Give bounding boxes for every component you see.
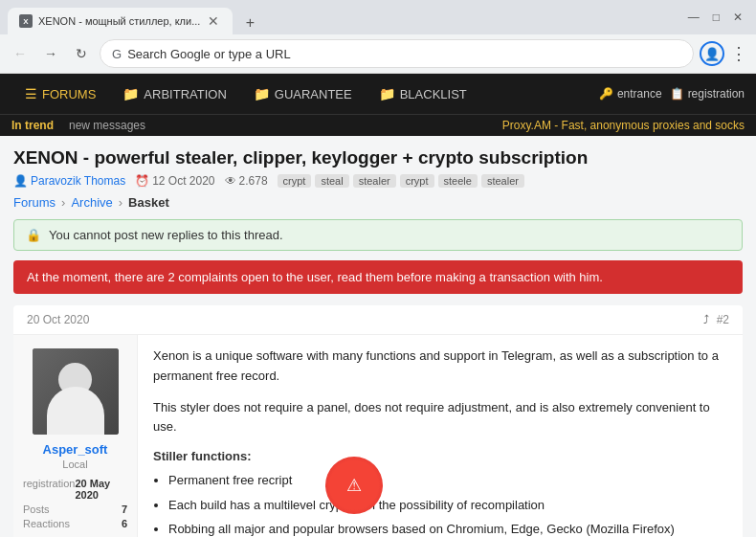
poster-info: registration 20 May 2020 Posts 7 Reactio…: [23, 478, 127, 532]
posts-label: Posts: [23, 503, 50, 515]
promo-text: Proxy.AM - Fast, anonymous proxies and s…: [502, 119, 745, 132]
post-header: 20 Oct 2020 ⤴ #2: [13, 305, 743, 335]
author-name[interactable]: Paravozik Thomas: [31, 174, 125, 188]
profile-button[interactable]: 👤: [700, 41, 724, 66]
tab-close-button[interactable]: ✕: [206, 11, 221, 31]
clock-icon: ⏰: [135, 174, 149, 188]
list-item: Each build has a multilevel crypt, with …: [168, 494, 727, 516]
reg-label: registration: [23, 478, 75, 501]
trend-label[interactable]: In trend: [11, 119, 54, 132]
registration-row: registration 20 May 2020: [23, 478, 127, 501]
menu-button[interactable]: ⋮: [730, 43, 748, 64]
warning-alert: At the moment, there are 2 complaints op…: [13, 260, 743, 294]
tag-stealer1[interactable]: stealer: [353, 174, 396, 188]
nav-arbitration[interactable]: 📁 ARBITRATION: [109, 74, 239, 114]
tag-steele[interactable]: steele: [438, 174, 478, 188]
functions-list: Permanent free recript Each build has a …: [153, 469, 727, 537]
nav-guarantee[interactable]: 📁 GUARANTEE: [240, 74, 366, 114]
breadcrumb-archive[interactable]: Archive: [71, 195, 112, 210]
date-info: ⏰ 12 Oct 2020: [135, 174, 214, 188]
views-info: 👁 2.678: [225, 174, 268, 188]
share-button[interactable]: ⤴: [703, 313, 709, 326]
tag-stealer2[interactable]: stealer: [481, 174, 524, 188]
breadcrumb: Forums › Archive › Basket: [13, 195, 743, 210]
forums-icon: ☰: [25, 86, 37, 101]
lock-icon: 🔒: [26, 228, 41, 242]
author-info: 👤 Paravozik Thomas: [13, 174, 125, 188]
entrance-button[interactable]: 🔑 entrance: [599, 87, 662, 101]
tag-steal[interactable]: steal: [315, 174, 348, 188]
guarantee-icon: 📁: [254, 86, 270, 101]
reload-button[interactable]: ↻: [69, 41, 94, 66]
view-count: 2.678: [239, 174, 268, 188]
tag-list: crypt steal stealer crypt steele stealer: [278, 174, 524, 188]
address-text: Search Google or type a URL: [127, 47, 681, 61]
nav-forums[interactable]: ☰ FORUMS: [11, 74, 109, 114]
thread-title: XENON - powerful stealer, clipper, keylo…: [13, 147, 743, 168]
new-messages-link[interactable]: new messages: [69, 119, 145, 132]
tag-crypt1[interactable]: crypt: [278, 174, 312, 188]
post-container: 20 Oct 2020 ⤴ #2 Asper_: [13, 305, 743, 537]
active-tab[interactable]: X XENON - мощный стиллер, кли... ✕: [8, 8, 233, 34]
nav-blacklist[interactable]: 📁 BLACKLIST: [366, 74, 480, 114]
blacklist-icon: 📁: [379, 86, 395, 101]
reactions-count: 6: [122, 518, 127, 529]
nav-arbitration-label: ARBITRATION: [144, 87, 226, 101]
post-paragraph-1: Xenon is a unique software with many fun…: [153, 347, 727, 387]
posts-count: 7: [122, 503, 127, 515]
post-paragraph-2: This styler does not require a panel, do…: [153, 398, 727, 438]
reg-icon: 📋: [670, 87, 684, 101]
post-sidebar: Asper_soft Local registration 20 May 202…: [13, 335, 138, 537]
user-icon: 👤: [13, 174, 28, 188]
forum-nav: ☰ FORUMS 📁 ARBITRATION 📁 GUARANTEE 📁 BLA…: [0, 74, 756, 114]
key-icon: 🔑: [599, 87, 613, 101]
new-tab-button[interactable]: +: [238, 11, 261, 34]
tag-crypt2[interactable]: crypt: [400, 174, 434, 188]
functions-title: Stiller functions:: [153, 449, 727, 463]
reg-date: 20 May 2020: [75, 478, 127, 501]
avatar: [33, 348, 119, 435]
overlay-notification: ⚠: [325, 457, 383, 514]
tab-favicon: X: [19, 14, 33, 28]
locked-alert: 🔒 You cannot post new replies to this th…: [13, 219, 743, 251]
breadcrumb-sep-2: ›: [119, 195, 122, 210]
warning-message: At the moment, there are 2 complaints op…: [27, 270, 603, 284]
reactions-label: Reactions: [23, 518, 70, 529]
registration-button[interactable]: 📋 registration: [670, 87, 745, 101]
eye-icon: 👁: [225, 174, 236, 188]
breadcrumb-sep-1: ›: [61, 195, 65, 210]
maximize-button[interactable]: □: [707, 9, 725, 26]
list-item: Robbing all major and popular browsers b…: [168, 518, 727, 537]
back-button[interactable]: ←: [8, 41, 33, 66]
post-body: Asper_soft Local registration 20 May 202…: [13, 335, 743, 537]
tab-title: XENON - мощный стиллер, кли...: [38, 15, 200, 27]
close-button[interactable]: ✕: [727, 9, 748, 26]
ticker-bar: In trend new messages Proxy.AM - Fast, a…: [0, 114, 756, 136]
thread-meta: 👤 Paravozik Thomas ⏰ 12 Oct 2020 👁 2.678…: [13, 174, 743, 188]
locked-message: You cannot post new replies to this thre…: [49, 228, 283, 242]
arbitration-icon: 📁: [122, 86, 139, 101]
list-item: Permanent free recript: [168, 469, 727, 491]
poster-name[interactable]: Asper_soft: [43, 442, 108, 457]
breadcrumb-forums[interactable]: Forums: [13, 195, 56, 210]
browser-chrome: X XENON - мощный стиллер, кли... ✕ + — □…: [0, 0, 756, 74]
post-content: Xenon is a unique software with many fun…: [138, 335, 743, 537]
browser-controls: ← → ↻ G Search Google or type a URL 👤 ⋮: [0, 34, 756, 73]
nav-guarantee-label: GUARANTEE: [275, 87, 352, 101]
posts-row: Posts 7: [23, 503, 127, 515]
reactions-row: Reactions 6: [23, 518, 127, 529]
avatar-figure: [33, 348, 119, 435]
post-actions: ⤴ #2: [703, 313, 729, 326]
registration-label: registration: [688, 87, 745, 101]
breadcrumb-current: Basket: [128, 195, 169, 210]
minimize-button[interactable]: —: [682, 9, 705, 26]
google-icon: G: [112, 47, 122, 61]
address-bar[interactable]: G Search Google or type a URL: [100, 39, 694, 68]
avatar-body: [47, 387, 104, 435]
poster-role: Local: [62, 459, 87, 470]
nav-forums-label: FORUMS: [42, 87, 96, 101]
entrance-label: entrance: [617, 87, 662, 101]
forward-button[interactable]: →: [38, 41, 63, 66]
post-date: 12 Oct 2020: [152, 174, 214, 188]
post-date: 20 Oct 2020: [27, 313, 89, 326]
